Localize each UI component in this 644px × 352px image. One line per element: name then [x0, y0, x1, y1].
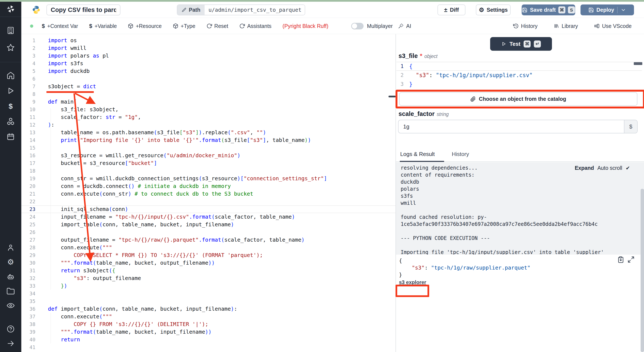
code-line: 22	[21, 198, 396, 206]
log-line: found cached resolution: py-	[401, 214, 604, 221]
line-number: 5	[21, 67, 36, 75]
add-context-var-label: +Context Var	[47, 23, 78, 29]
code-line: 31 return s3object({	[21, 267, 396, 274]
log-line: wmill	[401, 200, 604, 207]
log-output-area[interactable]: resolving dependencies...content of requ…	[396, 162, 644, 254]
panel-scrollbar[interactable]	[640, 189, 644, 352]
variable-picker-button[interactable]: $	[624, 120, 637, 133]
library-icon	[554, 23, 560, 29]
line-number: 16	[21, 152, 36, 160]
test-button[interactable]: Test ⌘ ↵	[490, 37, 552, 51]
editor-toolbar: $ +Context Var $ +Variable +Resource +Ty…	[21, 18, 644, 34]
settings-gear-icon[interactable]: ⚙	[6, 258, 15, 267]
script-title-input[interactable]	[46, 4, 120, 15]
chevron-down-icon[interactable]	[620, 7, 626, 13]
multiplayer-label: Multiplayer	[367, 23, 393, 29]
help-icon[interactable]	[6, 324, 15, 334]
script-path-input[interactable]	[204, 5, 305, 15]
history-button[interactable]: History	[513, 23, 538, 29]
line-number: 11	[21, 113, 36, 121]
use-vscode-button[interactable]: Use VScode	[594, 23, 632, 29]
user-icon[interactable]	[6, 243, 15, 252]
windmill-logo[interactable]	[6, 4, 15, 14]
choose-object-label: Choose an object from the catalog	[479, 96, 566, 102]
windmill-script-editor: $ ⚙	[0, 0, 644, 352]
active-tab-underline	[400, 161, 444, 162]
code-line: 1import os	[21, 37, 396, 44]
dollar-icon: $	[629, 123, 632, 130]
line-number: 13	[21, 129, 36, 136]
run-panel: Test ⌘ ↵ s3_file* object 1{2 "s3": "tpc-…	[396, 34, 644, 352]
s3-explorer-link[interactable]: s3 explorer	[399, 279, 426, 285]
settings-button[interactable]: ⚙ Settings	[476, 4, 510, 15]
home-icon[interactable]	[6, 71, 15, 80]
deploy-button[interactable]: Deploy	[580, 4, 634, 15]
ai-button[interactable]: AI	[398, 18, 411, 34]
line-number: 7	[21, 83, 36, 90]
line-number: 23	[21, 206, 36, 213]
line-number: 24	[21, 213, 36, 221]
history-label: History	[521, 23, 538, 29]
test-label: Test	[510, 41, 520, 47]
library-button[interactable]: Library	[554, 23, 578, 29]
kbd-cmd: ⌘	[524, 40, 531, 48]
resources-cubes-icon[interactable]	[6, 117, 15, 126]
variables-dollar-icon[interactable]: $	[6, 102, 15, 111]
audit-eye-icon[interactable]	[6, 301, 15, 310]
refresh-icon	[239, 23, 245, 29]
python-language-icon	[32, 5, 41, 14]
code-line: 19 conn_str = wmill.duckdb_connection_se…	[21, 175, 396, 182]
expand-logs-button[interactable]: Expand	[575, 165, 594, 171]
folders-icon[interactable]	[6, 286, 15, 296]
line-number: 2	[396, 71, 404, 80]
favorites-star-icon[interactable]	[6, 43, 15, 52]
add-resource-button[interactable]: +Resource	[128, 23, 162, 29]
workspace-icon[interactable]	[6, 26, 15, 35]
result-json: { "s3": "tpc-h/1g/raw/supplier.parquet"}	[399, 257, 530, 278]
tab-logs-result[interactable]: Logs & Result	[400, 151, 435, 158]
s3-file-json-editor[interactable]: 1{2 "s3": "tpc-h/1g/input/supplier.csv"3…	[396, 62, 642, 90]
line-number: 21	[21, 190, 36, 198]
code-line: 29 COPY (SELECT * FROM {}) TO 's3://{}/{…	[21, 252, 396, 259]
paperclip-icon	[470, 96, 476, 102]
schedules-calendar-icon[interactable]	[6, 132, 15, 142]
line-number: 36	[21, 305, 36, 313]
save-draft-button[interactable]: Save draft ⌘ S	[522, 4, 575, 15]
panel-resize-handle[interactable]	[388, 96, 396, 98]
reset-button[interactable]: Reset	[206, 23, 228, 29]
diff-button[interactable]: ± Diff	[438, 4, 466, 15]
script-path-group[interactable]: Path	[177, 4, 305, 15]
log-controls: Expand Auto scroll ✔	[575, 165, 630, 171]
choose-object-button[interactable]: Choose an object from the catalog	[399, 92, 638, 106]
code-editor[interactable]: 1import os2import wmill3import polars as…	[21, 34, 396, 352]
result-line: "s3": "tpc-h/1g/raw/supplier.parquet"	[399, 264, 530, 271]
toolbar-right-group: History Library Use VScode	[513, 18, 632, 34]
library-label: Library	[562, 23, 578, 29]
log-line: Importing file 'tpc-h/1g/input/supplier.…	[401, 249, 604, 254]
log-line: s3fs	[401, 192, 604, 200]
add-type-button[interactable]: +Type	[173, 23, 196, 29]
assistants-button[interactable]: Assistants	[239, 23, 272, 29]
workers-robot-icon[interactable]	[6, 272, 15, 281]
dollar-icon: $	[42, 23, 45, 30]
autoscroll-label[interactable]: Auto scroll	[597, 165, 622, 171]
multiplayer-toggle-group: Multiplayer	[351, 18, 393, 34]
runs-play-icon[interactable]	[6, 86, 15, 96]
scale-factor-input[interactable]	[398, 120, 618, 133]
code-line: 41	[21, 344, 396, 351]
code-line: 34	[21, 290, 396, 298]
add-variable-button[interactable]: $ +Variable	[89, 23, 117, 30]
copy-to-clipboard-icon[interactable]	[617, 256, 624, 263]
add-context-var-button[interactable]: $ +Context Var	[42, 23, 78, 30]
log-lines: resolving dependencies...content of requ…	[401, 164, 604, 254]
indent-guide	[50, 108, 51, 290]
linters-status[interactable]: (Pyright Black Ruff)	[282, 23, 328, 29]
expand-result-icon[interactable]	[628, 256, 634, 263]
code-line: 11 scale_factor: str = "1g",	[21, 113, 396, 121]
required-asterisk: *	[420, 52, 422, 60]
code-line: 12):	[21, 121, 396, 129]
json-editor-scrollbar[interactable]	[634, 62, 642, 65]
tab-history[interactable]: History	[452, 151, 469, 158]
collapse-arrow-icon[interactable]	[6, 339, 15, 348]
multiplayer-toggle[interactable]	[351, 23, 364, 30]
